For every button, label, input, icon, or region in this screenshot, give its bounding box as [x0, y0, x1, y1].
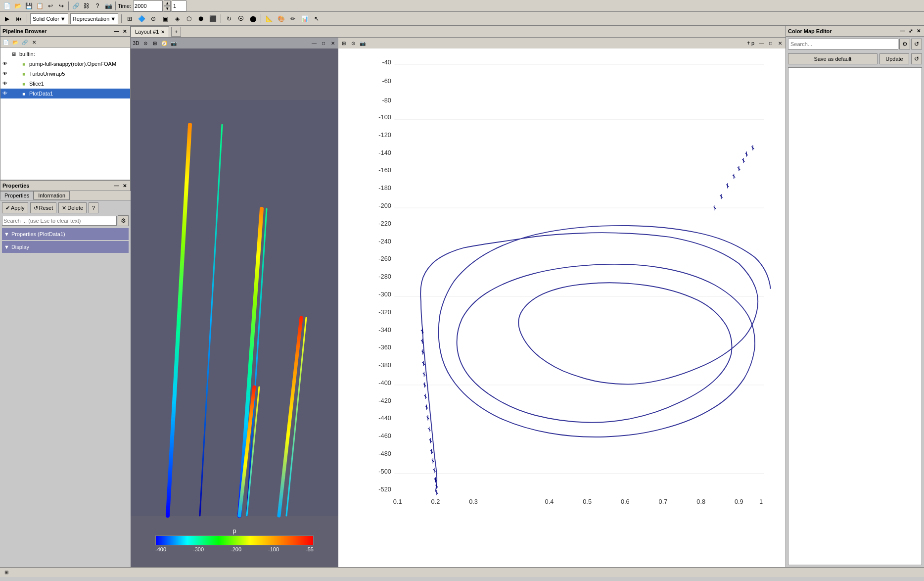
open-icon[interactable]: 📂 [13, 1, 23, 11]
save-as-default-btn[interactable]: Save as default [788, 53, 878, 64]
pipeline-item-plotdata[interactable]: 👁 ■ PlotData1 [0, 89, 130, 98]
axes-icon[interactable]: ⊞ [125, 14, 135, 24]
plot-tb3[interactable]: 📷 [358, 39, 367, 48]
vp-max[interactable]: □ [319, 39, 328, 48]
layout-tab-1[interactable]: Layout #1 ✕ [131, 26, 169, 37]
prop-search-input[interactable] [2, 216, 117, 226]
vp-close[interactable]: ✕ [328, 39, 337, 48]
plot-tb1[interactable]: ⊞ [339, 39, 348, 48]
eye-turbo: 👁 [2, 71, 8, 77]
colorbar-tick2: -200 [231, 546, 241, 552]
tb-icon2[interactable]: ⏮ [14, 14, 24, 24]
vp-cam[interactable]: 📷 [169, 39, 178, 48]
camera-orbit-icon[interactable]: ↻ [224, 14, 234, 24]
vp-min[interactable]: — [310, 39, 319, 48]
plot-max[interactable]: □ [766, 39, 775, 48]
plot-min[interactable]: — [757, 39, 766, 48]
save-state-icon[interactable]: 📋 [35, 1, 45, 11]
measure-icon[interactable]: 📐 [264, 14, 274, 24]
camera-icon[interactable]: 📷 [103, 1, 113, 11]
time-step-input[interactable] [172, 0, 186, 11]
pipeline-item-turbo[interactable]: 👁 ■ TurboUnwrap5 [0, 69, 130, 79]
pb-link-icon[interactable]: 🔗 [20, 38, 29, 47]
volume-icon[interactable]: ⬛ [208, 14, 218, 24]
status-icon[interactable]: ⊞ [2, 568, 11, 577]
reset-button[interactable]: ↺ Reset [30, 202, 57, 213]
cme-min-icon[interactable]: — [899, 28, 906, 35]
surface-icon[interactable]: ◈ [172, 14, 182, 24]
cme-undock-icon[interactable]: ⤢ [907, 28, 914, 35]
layout-tab-close[interactable]: ✕ [161, 29, 165, 35]
time-up[interactable]: ▲ [164, 0, 171, 6]
svg-text:-460: -460 [378, 432, 391, 439]
svg-text:0.9: 0.9 [735, 498, 743, 505]
help-button[interactable]: ? [89, 202, 98, 213]
orient-icon[interactable]: 🔷 [137, 14, 146, 24]
vp-3d-btn[interactable]: 3D [132, 39, 140, 48]
main-layout: Pipeline Browser — ✕ 📄 📂 🔗 ✕ 🖥 builtin: [0, 26, 924, 567]
pipeline-item-foam[interactable]: 👁 ■ pump-full-snappy(rotor).OpenFOAM [0, 59, 130, 69]
pipeline-item-slice[interactable]: 👁 ■ Slice1 [0, 79, 130, 89]
vp-orient[interactable]: 🧭 [160, 39, 169, 48]
redo-icon[interactable]: ↪ [56, 1, 66, 11]
cme-gear-btn[interactable]: ⚙ [899, 39, 910, 49]
time-input[interactable] [133, 0, 163, 11]
point-icon[interactable]: ⬢ [196, 14, 206, 24]
pb-delete-icon[interactable]: ✕ [30, 38, 39, 47]
item-icon-plotdata: ■ [20, 90, 27, 97]
svg-text:-520: -520 [378, 485, 391, 493]
disconnect-icon[interactable]: ⛓ [82, 1, 92, 11]
prop-search-btn[interactable]: ⚙ [118, 215, 129, 226]
layout-add-btn[interactable]: + [171, 27, 181, 37]
file-icon[interactable]: 📄 [2, 1, 12, 11]
cme-content [788, 67, 922, 565]
delete-button[interactable]: ✕ Delete [58, 202, 87, 213]
prop-close-icon[interactable]: ✕ [121, 182, 128, 189]
plot-close[interactable]: ✕ [776, 39, 785, 48]
vp-axes[interactable]: ⊞ [150, 39, 159, 48]
pipeline-min-icon[interactable]: — [113, 28, 120, 35]
vp-reset-cam[interactable]: ⊙ [141, 39, 150, 48]
pb-create-icon[interactable]: 📄 [1, 38, 10, 47]
colorbar-container: p -400 -300 -200 -100 -55 [155, 527, 314, 552]
pipeline-item-builtin[interactable]: 🖥 builtin: [0, 49, 130, 59]
representation-dropdown[interactable]: Representation ▼ [70, 13, 119, 24]
cme-close-icon[interactable]: ✕ [915, 28, 922, 35]
properties-panel: Properties — ✕ Properties Information ✔ [0, 180, 131, 567]
plot-tb2[interactable]: ⊙ [349, 39, 358, 48]
parallel-icon[interactable]: ⦿ [236, 14, 246, 24]
select-icon[interactable]: ↖ [312, 14, 322, 24]
outline-icon[interactable]: ▣ [160, 14, 170, 24]
pipeline-close-icon[interactable]: ✕ [121, 28, 128, 35]
cme-refresh-btn[interactable]: ↺ [911, 39, 922, 49]
pb-open-icon[interactable]: 📂 [11, 38, 20, 47]
undo-icon[interactable]: ↩ [46, 1, 55, 11]
prop-min-icon[interactable]: — [113, 182, 120, 189]
left-panel: Pipeline Browser — ✕ 📄 📂 🔗 ✕ 🖥 builtin: [0, 26, 131, 567]
prop-section-display[interactable]: ▼ Display [2, 241, 129, 253]
prop-section-properties[interactable]: ▼ Properties (PlotData1) [2, 228, 129, 240]
solid-color-dropdown[interactable]: Solid Color ▼ [30, 13, 68, 24]
cme-search-input[interactable] [788, 39, 898, 49]
tab-properties[interactable]: Properties [0, 191, 34, 200]
save-icon[interactable]: 💾 [24, 1, 34, 11]
svg-text:-60: -60 [382, 77, 391, 85]
scalar-bar-icon[interactable]: 📊 [300, 14, 310, 24]
reset-view-icon[interactable]: ⊙ [148, 14, 158, 24]
plot-plus-icon: + [747, 40, 750, 47]
wireframe-icon[interactable]: ⬡ [184, 14, 194, 24]
time-down[interactable]: ▼ [164, 6, 171, 11]
perspective-icon[interactable]: ⬤ [248, 14, 258, 24]
cme-action-btn[interactable]: ↺ [911, 53, 922, 64]
update-btn[interactable]: Update [879, 53, 909, 64]
display-section-arrow: ▼ [4, 244, 9, 250]
svg-text:-340: -340 [378, 326, 391, 334]
connect-icon[interactable]: 🔗 [71, 1, 81, 11]
annotation-icon[interactable]: ✏ [288, 14, 298, 24]
tab-information[interactable]: Information [34, 191, 70, 200]
apply-button[interactable]: ✔ Apply [2, 202, 28, 213]
tb-icon1[interactable]: ▶ [2, 14, 12, 24]
colorbar [155, 535, 314, 545]
colorbar-icon[interactable]: 🎨 [276, 14, 286, 24]
help-icon[interactable]: ? [92, 1, 102, 11]
